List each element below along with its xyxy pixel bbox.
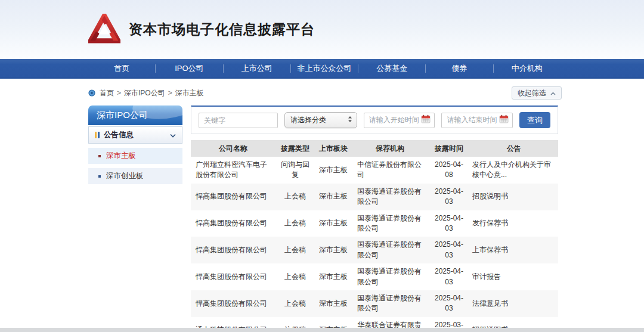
bullet-icon xyxy=(98,175,101,178)
collapse-filter-label: 收起筛选 xyxy=(518,88,546,98)
breadcrumb-row: 首页 > 深市IPO公司 > 深市主板 收起筛选 xyxy=(88,86,562,100)
breadcrumb-ipo[interactable]: 深市IPO公司 xyxy=(124,88,165,98)
nav-item-bonds[interactable]: 债券 xyxy=(426,63,493,74)
end-date-input[interactable]: 请输入结束时间 xyxy=(441,113,513,128)
calendar-icon xyxy=(421,114,431,126)
bullet-icon xyxy=(98,155,101,157)
nav-item-home[interactable]: 首页 xyxy=(88,63,155,74)
nav-item-funds[interactable]: 公募基金 xyxy=(358,63,425,74)
cell-announcement[interactable]: 上市保荐书 xyxy=(470,237,558,263)
sidebar: 深市IPO公司 公告信息 深市主板 深市创业板 xyxy=(88,106,182,184)
disclosure-table: 公司名称 披露类型 上市板块 保荐机构 披露时间 公告 广州瑞立科密汽车电子股份… xyxy=(191,140,558,332)
cell-company[interactable]: 悍高集团股份有限公司 xyxy=(191,184,275,210)
nav-item-non-listed[interactable]: 非上市公众公司 xyxy=(291,63,358,74)
cell-company[interactable]: 悍高集团股份有限公司 xyxy=(191,290,275,317)
col-header-sponsor: 保荐机构 xyxy=(352,140,428,157)
cell-board: 深市主板 xyxy=(315,157,352,184)
sidebar-section-label: 公告信息 xyxy=(104,130,134,140)
table-header: 公司名称 披露类型 上市板块 保荐机构 披露时间 公告 xyxy=(191,140,558,157)
table-row: 悍高集团股份有限公司 上会稿 深市主板 国泰海通证券股份有限公司 2025-04… xyxy=(191,237,558,263)
cell-date: 2025-04-03 xyxy=(428,290,470,317)
cell-date: 2025-04-03 xyxy=(428,263,470,290)
col-header-company: 公司名称 xyxy=(191,140,275,157)
start-date-placeholder: 请输入开始时间 xyxy=(369,115,419,125)
breadcrumb-home[interactable]: 首页 xyxy=(100,88,114,98)
cell-date: 2025-04-03 xyxy=(428,184,470,210)
cell-sponsor: 中信证券股份有限公司 xyxy=(352,157,428,184)
category-select[interactable]: 请选择分类 xyxy=(284,112,357,128)
calendar-icon xyxy=(499,114,509,126)
cell-board: 深市主板 xyxy=(315,184,352,210)
cell-disclosure-type: 问询与回复 xyxy=(275,157,315,184)
cell-company[interactable]: 悍高集团股份有限公司 xyxy=(191,210,275,237)
page-bottom-strip xyxy=(0,328,644,332)
end-date-placeholder: 请输入结束时间 xyxy=(447,115,497,125)
cell-disclosure-type: 上会稿 xyxy=(275,237,315,263)
cell-sponsor: 国泰海通证券股份有限公司 xyxy=(352,263,428,290)
table-row: 悍高集团股份有限公司 上会稿 深市主板 国泰海通证券股份有限公司 2025-04… xyxy=(191,263,558,290)
cell-sponsor: 国泰海通证券股份有限公司 xyxy=(352,210,428,237)
filter-panel: 请选择分类 请输入开始时间 xyxy=(191,106,558,134)
sidebar-title: 深市IPO公司 xyxy=(88,106,182,125)
site-logo-red-triangle-icon xyxy=(88,14,120,46)
site-title: 资本市场电子化信息披露平台 xyxy=(129,20,315,39)
cell-sponsor: 国泰海通证券股份有限公司 xyxy=(352,184,428,210)
cell-announcement[interactable]: 发行人及中介机构关于审核中心意... xyxy=(470,157,558,184)
sidebar-item-main-board[interactable]: 深市主板 xyxy=(88,148,182,164)
nav-item-listed[interactable]: 上市公司 xyxy=(224,63,290,74)
main-navbar: 首页 IPO公司 上市公司 非上市公众公司 公募基金 债券 中介机构 xyxy=(0,59,644,79)
cell-sponsor: 国泰海通证券股份有限公司 xyxy=(352,290,428,317)
table-row: 悍高集团股份有限公司 上会稿 深市主板 国泰海通证券股份有限公司 2025-04… xyxy=(191,184,558,210)
collapse-filter-button[interactable]: 收起筛选 xyxy=(512,86,562,100)
start-date-input[interactable]: 请输入开始时间 xyxy=(364,113,435,128)
cell-board: 深市主板 xyxy=(315,290,352,317)
breadcrumb: 首页 > 深市IPO公司 > 深市主板 xyxy=(88,88,204,98)
location-pin-icon xyxy=(88,89,95,97)
col-header-announcement: 公告 xyxy=(470,140,558,157)
search-button[interactable]: 查询 xyxy=(519,112,550,128)
main-content: 请选择分类 请输入开始时间 xyxy=(191,106,558,332)
cell-announcement[interactable]: 招股说明书 xyxy=(470,184,558,210)
cell-board: 深市主板 xyxy=(315,237,352,263)
breadcrumb-current: 深市主板 xyxy=(175,88,204,98)
nav-item-ipo[interactable]: IPO公司 xyxy=(156,63,222,74)
sidebar-section-announcements[interactable]: 公告信息 xyxy=(88,126,182,144)
sidebar-item-chinext[interactable]: 深市创业板 xyxy=(88,168,182,184)
keyword-input[interactable] xyxy=(199,113,278,128)
cell-date: 2025-04-03 xyxy=(428,237,470,263)
cell-disclosure-type: 上会稿 xyxy=(275,263,315,290)
table-row: 悍高集团股份有限公司 上会稿 深市主板 国泰海通证券股份有限公司 2025-04… xyxy=(191,210,558,237)
cell-announcement[interactable]: 发行保荐书 xyxy=(470,210,558,237)
col-header-disclosure-type: 披露类型 xyxy=(275,140,315,157)
chevron-up-icon xyxy=(550,89,556,97)
cell-board: 深市主板 xyxy=(315,210,352,237)
cell-company[interactable]: 悍高集团股份有限公司 xyxy=(191,237,275,263)
sidebar-item-label: 深市创业板 xyxy=(106,171,144,181)
cell-disclosure-type: 上会稿 xyxy=(275,290,315,317)
cell-announcement[interactable]: 审计报告 xyxy=(470,263,558,290)
col-header-date: 披露时间 xyxy=(428,140,470,157)
bars-icon xyxy=(95,132,100,138)
cell-sponsor: 国泰海通证券股份有限公司 xyxy=(352,237,428,263)
nav-item-intermediaries[interactable]: 中介机构 xyxy=(494,63,561,74)
cell-board: 深市主板 xyxy=(315,263,352,290)
breadcrumb-separator: > xyxy=(168,89,172,97)
sidebar-item-label: 深市主板 xyxy=(106,151,136,161)
cell-date: 2025-04-03 xyxy=(428,210,470,237)
table-body: 广州瑞立科密汽车电子股份有限公司 问询与回复 深市主板 中信证券股份有限公司 2… xyxy=(191,157,558,332)
cell-disclosure-type: 上会稿 xyxy=(275,184,315,210)
cell-company[interactable]: 广州瑞立科密汽车电子股份有限公司 xyxy=(191,157,275,184)
breadcrumb-separator: > xyxy=(117,89,121,97)
col-header-board: 上市板块 xyxy=(315,140,352,157)
cell-announcement[interactable]: 法律意见书 xyxy=(470,290,558,317)
table-row: 广州瑞立科密汽车电子股份有限公司 问询与回复 深市主板 中信证券股份有限公司 2… xyxy=(191,157,558,184)
table-row: 悍高集团股份有限公司 上会稿 深市主板 国泰海通证券股份有限公司 2025-04… xyxy=(191,290,558,317)
cell-company[interactable]: 悍高集团股份有限公司 xyxy=(191,263,275,290)
chevron-down-icon xyxy=(170,131,176,139)
cell-disclosure-type: 上会稿 xyxy=(275,210,315,237)
select-stepper-icon xyxy=(348,116,352,125)
site-header: 资本市场电子化信息披露平台 xyxy=(0,0,644,59)
category-select-value: 请选择分类 xyxy=(290,115,326,125)
cell-date: 2025-04-08 xyxy=(428,157,470,184)
